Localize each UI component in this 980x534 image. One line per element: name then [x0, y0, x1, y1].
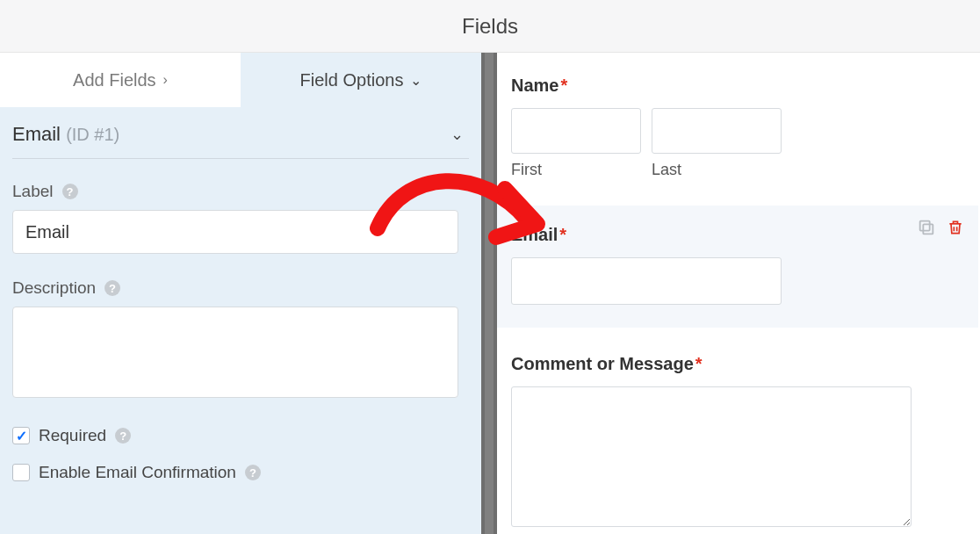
- required-asterisk: *: [559, 225, 566, 244]
- tab-label: Field Options: [300, 70, 404, 90]
- last-sublabel: Last: [652, 161, 782, 179]
- name-label: Name*: [511, 76, 964, 96]
- tab-add-fields[interactable]: Add Fields ›: [0, 53, 241, 107]
- checkbox-unchecked-icon[interactable]: [12, 464, 30, 481]
- confirm-row[interactable]: Enable Email Confirmation ?: [12, 463, 469, 482]
- email-label: Email*: [511, 225, 964, 245]
- help-icon[interactable]: ?: [245, 465, 261, 480]
- duplicate-icon[interactable]: [917, 218, 936, 237]
- first-sublabel: First: [511, 161, 641, 179]
- message-field[interactable]: Comment or Message*: [511, 354, 964, 530]
- checkbox-checked-icon[interactable]: ✓: [12, 427, 30, 444]
- required-asterisk: *: [695, 354, 703, 373]
- description-input[interactable]: [12, 307, 458, 398]
- last-name-input[interactable]: [652, 108, 782, 154]
- label-group: Label ?: [12, 182, 469, 254]
- trash-icon[interactable]: [947, 218, 964, 237]
- field-name: Email: [12, 123, 61, 145]
- sidebar: Add Fields › Field Options ⌄ Email (ID #…: [0, 53, 481, 534]
- description-caption: Description: [12, 278, 96, 298]
- field-options-panel: Email (ID #1) ⌄ Label ? Description ?: [0, 107, 481, 500]
- message-label: Comment or Message*: [511, 354, 964, 374]
- chevron-down-icon: ⌄: [450, 125, 469, 144]
- description-caption-row: Description ?: [12, 278, 469, 298]
- name-row: First Last: [511, 108, 964, 179]
- first-name-input[interactable]: [511, 108, 641, 154]
- email-field-selected[interactable]: Email*: [497, 206, 978, 328]
- help-icon[interactable]: ?: [104, 280, 120, 296]
- svg-rect-0: [923, 224, 933, 234]
- confirm-caption: Enable Email Confirmation: [39, 463, 236, 482]
- required-asterisk: *: [560, 76, 567, 95]
- message-textarea[interactable]: [511, 386, 912, 527]
- name-field[interactable]: Name* First Last: [511, 76, 964, 179]
- tab-field-options[interactable]: Field Options ⌄: [241, 53, 481, 107]
- help-icon[interactable]: ?: [62, 184, 78, 199]
- page-header: Fields: [0, 0, 980, 53]
- form-preview: Name* First Last: [497, 53, 980, 534]
- tab-label: Add Fields: [73, 70, 156, 90]
- sidebar-tabs: Add Fields › Field Options ⌄: [0, 53, 481, 107]
- description-group: Description ?: [12, 278, 469, 401]
- chevron-down-icon: ⌄: [410, 72, 422, 89]
- label-input[interactable]: [12, 210, 458, 254]
- page-title: Fields: [462, 14, 518, 39]
- panel-title: Email (ID #1): [12, 123, 119, 146]
- chevron-right-icon: ›: [163, 72, 168, 88]
- field-action-icons: [917, 218, 964, 237]
- required-caption: Required: [39, 426, 106, 445]
- field-id: (ID #1): [66, 125, 119, 144]
- label-caption-row: Label ?: [12, 182, 469, 201]
- svg-rect-1: [920, 221, 930, 231]
- pane-divider[interactable]: [481, 53, 497, 534]
- first-name-col: First: [511, 108, 641, 179]
- panel-header[interactable]: Email (ID #1) ⌄: [12, 123, 469, 159]
- main-layout: Add Fields › Field Options ⌄ Email (ID #…: [0, 53, 980, 534]
- label-caption: Label: [12, 182, 54, 201]
- required-row[interactable]: ✓ Required ?: [12, 426, 469, 445]
- help-icon[interactable]: ?: [115, 428, 131, 444]
- last-name-col: Last: [652, 108, 782, 179]
- email-input[interactable]: [511, 257, 782, 305]
